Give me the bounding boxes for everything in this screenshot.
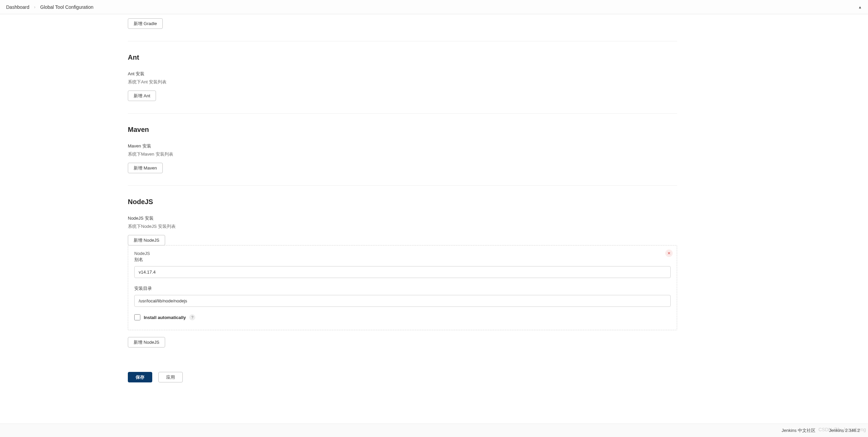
add-nodejs-button-bottom[interactable]: 新增 NodeJS [128,337,165,347]
add-ant-button[interactable]: 新增 Ant [128,91,156,101]
nodejs-home-label: 安装目录 [134,285,671,292]
section-maven: Maven Maven 安装 系统下Maven 安装列表 新增 Maven [128,126,677,186]
nodejs-list-text: 系统下NodeJS 安装列表 [128,223,677,230]
nodejs-install-label: NodeJS 安装 [128,215,677,221]
add-gradle-button[interactable]: 新增 Gradle [128,18,163,29]
add-maven-button[interactable]: 新增 Maven [128,163,163,173]
footer-version-link[interactable]: Jenkins 2.346.2 [829,428,860,433]
content: 新增 Gradle Ant Ant 安装 系统下Ant 安装列表 新增 Ant … [128,14,677,396]
nodejs-home-field-block: 安装目录 [134,285,671,307]
save-button[interactable]: 保存 [128,372,152,382]
maven-list-text: 系统下Maven 安装列表 [128,151,677,157]
section-ant: Ant Ant 安装 系统下Ant 安装列表 新增 Ant [128,54,677,114]
breadcrumb-item-dashboard[interactable]: Dashboard [6,4,29,10]
nodejs-auto-install-label: Install automatically [144,315,186,320]
heading-maven: Maven [128,126,677,134]
add-nodejs-button-top[interactable]: 新增 NodeJS [128,235,165,245]
nodejs-name-label: 别名 [134,257,671,263]
nodejs-install-block: ✕ NodeJS 别名 安装目录 Install automatically ? [128,245,677,330]
heading-nodejs: NodeJS [128,198,677,206]
delete-nodejs-button[interactable]: ✕ [665,250,673,257]
nodejs-chunk-label: NodeJS [134,251,671,256]
ant-list-text: 系统下Ant 安装列表 [128,79,677,85]
caret-up-icon[interactable]: ▲ [858,5,862,9]
close-icon: ✕ [667,251,671,256]
apply-button[interactable]: 应用 [158,372,183,382]
maven-install-label: Maven 安装 [128,143,677,149]
section-gradle: 新增 Gradle [128,18,677,41]
heading-ant: Ant [128,54,677,61]
footer-community-link[interactable]: Jenkins 中文社区 [782,428,815,434]
nodejs-auto-install-row: Install automatically ? [134,314,671,320]
breadcrumb-item-global-tool[interactable]: Global Tool Configuration [40,4,94,10]
footer: Jenkins 中文社区 Jenkins 2.346.2 [0,423,868,437]
scroll-area[interactable]: 新增 Gradle Ant Ant 安装 系统下Ant 安装列表 新增 Ant … [0,14,868,423]
nodejs-name-input[interactable] [134,266,671,278]
nodejs-home-input[interactable] [134,295,671,307]
chevron-right-icon: › [34,5,36,9]
nodejs-name-field-block: 别名 [134,257,671,278]
nodejs-auto-install-checkbox[interactable] [134,314,140,320]
ant-install-label: Ant 安装 [128,71,677,77]
section-nodejs: NodeJS NodeJS 安装 系统下NodeJS 安装列表 新增 NodeJ… [128,198,677,360]
bottom-actions: 保存 应用 [128,372,677,382]
breadcrumb-bar: Dashboard › Global Tool Configuration ▲ [0,0,868,14]
help-icon[interactable]: ? [189,314,195,320]
